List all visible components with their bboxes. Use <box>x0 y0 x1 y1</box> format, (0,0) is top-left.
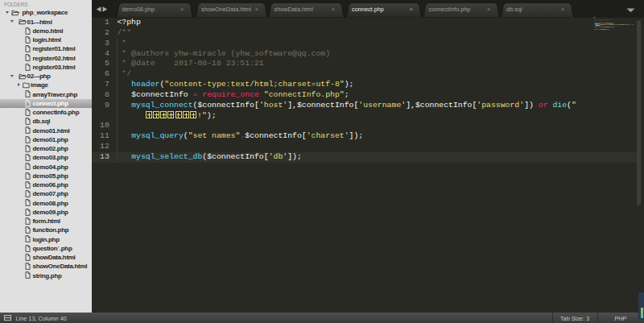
svg-text:demo08.php: demo08.php <box>122 6 155 13</box>
svg-text:showData.html: showData.html <box>275 6 314 13</box>
svg-text:connectInfo.php: connectInfo.php <box>429 6 471 13</box>
svg-text:×: × <box>255 6 258 13</box>
svg-text:showOneData.html: showOneData.html <box>201 6 251 13</box>
svg-text:db.sql: db.sql <box>506 6 522 13</box>
svg-text:×: × <box>487 6 490 13</box>
svg-text:×: × <box>409 6 412 13</box>
svg-text:×: × <box>561 6 564 13</box>
svg-text:×: × <box>180 6 184 13</box>
svg-text:×: × <box>332 6 335 13</box>
svg-text:connect.php: connect.php <box>352 6 384 13</box>
